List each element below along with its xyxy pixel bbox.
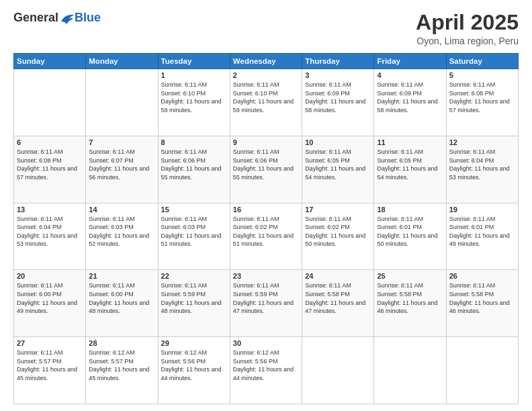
table-row: 20Sunrise: 6:11 AMSunset: 6:00 PMDayligh… (14, 270, 86, 337)
day-info: Sunrise: 6:11 AMSunset: 6:05 PMDaylight:… (377, 148, 443, 181)
day-number: 5 (449, 71, 515, 79)
col-wednesday: Wednesday (230, 54, 302, 69)
week-row-0: 1Sunrise: 6:11 AMSunset: 6:10 PMDaylight… (14, 69, 519, 136)
day-number: 22 (161, 272, 227, 280)
day-info: Sunrise: 6:11 AMSunset: 6:03 PMDaylight:… (161, 215, 227, 248)
table-row (446, 337, 518, 404)
day-info: Sunrise: 6:11 AMSunset: 6:03 PMDaylight:… (89, 215, 154, 248)
day-number: 28 (89, 339, 154, 347)
day-number: 16 (233, 205, 299, 214)
day-info: Sunrise: 6:11 AMSunset: 6:04 PMDaylight:… (449, 148, 515, 181)
table-row: 30Sunrise: 6:12 AMSunset: 5:56 PMDayligh… (230, 337, 302, 404)
day-number: 24 (305, 272, 371, 280)
day-number: 6 (17, 138, 83, 146)
day-info: Sunrise: 6:11 AMSunset: 6:02 PMDaylight:… (233, 215, 299, 248)
day-number: 12 (449, 138, 515, 146)
day-number: 3 (305, 71, 371, 79)
table-row: 29Sunrise: 6:12 AMSunset: 5:56 PMDayligh… (158, 337, 230, 404)
day-info: Sunrise: 6:11 AMSunset: 6:01 PMDaylight:… (377, 215, 443, 248)
col-friday: Friday (374, 54, 446, 69)
day-number: 21 (89, 272, 154, 280)
day-number: 8 (161, 138, 227, 146)
day-info: Sunrise: 6:11 AMSunset: 6:10 PMDaylight:… (161, 81, 227, 114)
logo: General Blue (13, 11, 101, 25)
logo-blue-text: Blue (75, 11, 101, 25)
table-row: 5Sunrise: 6:11 AMSunset: 6:08 PMDaylight… (446, 69, 518, 136)
table-row: 11Sunrise: 6:11 AMSunset: 6:05 PMDayligh… (374, 136, 446, 203)
day-info: Sunrise: 6:11 AMSunset: 6:01 PMDaylight:… (449, 215, 515, 248)
week-row-4: 27Sunrise: 6:11 AMSunset: 5:57 PMDayligh… (14, 337, 519, 404)
day-number: 30 (233, 339, 299, 347)
day-number: 20 (17, 272, 83, 280)
day-info: Sunrise: 6:11 AMSunset: 6:08 PMDaylight:… (17, 148, 83, 181)
day-number: 19 (449, 205, 515, 214)
calendar: Sunday Monday Tuesday Wednesday Thursday… (13, 53, 519, 404)
table-row: 23Sunrise: 6:11 AMSunset: 5:59 PMDayligh… (230, 270, 302, 337)
day-info: Sunrise: 6:11 AMSunset: 5:58 PMDaylight:… (305, 281, 371, 315)
table-row: 10Sunrise: 6:11 AMSunset: 6:05 PMDayligh… (302, 136, 374, 203)
main-title: April 2025 (416, 11, 519, 34)
calendar-header-row: Sunday Monday Tuesday Wednesday Thursday… (14, 54, 519, 69)
day-number: 14 (89, 205, 154, 214)
table-row: 12Sunrise: 6:11 AMSunset: 6:04 PMDayligh… (446, 136, 518, 203)
table-row (14, 69, 86, 136)
header: General Blue April 2025 Oyon, Lima regio… (13, 11, 519, 46)
table-row (302, 337, 374, 404)
day-number: 18 (377, 205, 443, 214)
table-row: 19Sunrise: 6:11 AMSunset: 6:01 PMDayligh… (446, 203, 518, 270)
table-row: 13Sunrise: 6:11 AMSunset: 6:04 PMDayligh… (14, 203, 86, 270)
table-row: 8Sunrise: 6:11 AMSunset: 6:06 PMDaylight… (158, 136, 230, 203)
day-info: Sunrise: 6:11 AMSunset: 6:08 PMDaylight:… (449, 81, 515, 114)
day-number: 23 (233, 272, 299, 280)
day-info: Sunrise: 6:11 AMSunset: 6:00 PMDaylight:… (89, 281, 154, 315)
day-number: 11 (377, 138, 443, 146)
table-row: 24Sunrise: 6:11 AMSunset: 5:58 PMDayligh… (302, 270, 374, 337)
day-number: 15 (161, 205, 227, 214)
day-info: Sunrise: 6:11 AMSunset: 6:04 PMDaylight:… (17, 215, 83, 248)
day-number: 4 (377, 71, 443, 79)
table-row: 2Sunrise: 6:11 AMSunset: 6:10 PMDaylight… (230, 69, 302, 136)
table-row: 18Sunrise: 6:11 AMSunset: 6:01 PMDayligh… (374, 203, 446, 270)
table-row: 25Sunrise: 6:11 AMSunset: 5:58 PMDayligh… (374, 270, 446, 337)
day-info: Sunrise: 6:11 AMSunset: 6:06 PMDaylight:… (161, 148, 227, 181)
table-row (86, 69, 158, 136)
table-row: 21Sunrise: 6:11 AMSunset: 6:00 PMDayligh… (86, 270, 158, 337)
title-block: April 2025 Oyon, Lima region, Peru (416, 11, 519, 46)
page: General Blue April 2025 Oyon, Lima regio… (0, 0, 532, 411)
col-tuesday: Tuesday (158, 54, 230, 69)
col-thursday: Thursday (302, 54, 374, 69)
day-info: Sunrise: 6:11 AMSunset: 5:58 PMDaylight:… (449, 281, 515, 315)
day-info: Sunrise: 6:11 AMSunset: 6:10 PMDaylight:… (233, 81, 299, 114)
week-row-3: 20Sunrise: 6:11 AMSunset: 6:00 PMDayligh… (14, 270, 519, 337)
logo-general-text: General (13, 11, 58, 25)
day-info: Sunrise: 6:12 AMSunset: 5:56 PMDaylight:… (233, 349, 299, 382)
week-row-1: 6Sunrise: 6:11 AMSunset: 6:08 PMDaylight… (14, 136, 519, 203)
day-info: Sunrise: 6:12 AMSunset: 5:57 PMDaylight:… (89, 349, 154, 382)
table-row: 16Sunrise: 6:11 AMSunset: 6:02 PMDayligh… (230, 203, 302, 270)
day-number: 10 (305, 138, 371, 146)
table-row: 9Sunrise: 6:11 AMSunset: 6:06 PMDaylight… (230, 136, 302, 203)
day-number: 7 (89, 138, 154, 146)
table-row: 1Sunrise: 6:11 AMSunset: 6:10 PMDaylight… (158, 69, 230, 136)
day-info: Sunrise: 6:12 AMSunset: 5:56 PMDaylight:… (161, 349, 227, 382)
day-number: 9 (233, 138, 299, 146)
day-info: Sunrise: 6:11 AMSunset: 5:59 PMDaylight:… (233, 281, 299, 315)
col-monday: Monday (86, 54, 158, 69)
table-row: 27Sunrise: 6:11 AMSunset: 5:57 PMDayligh… (14, 337, 86, 404)
day-info: Sunrise: 6:11 AMSunset: 5:59 PMDaylight:… (161, 281, 227, 315)
table-row: 17Sunrise: 6:11 AMSunset: 6:02 PMDayligh… (302, 203, 374, 270)
day-number: 2 (233, 71, 299, 79)
day-info: Sunrise: 6:11 AMSunset: 6:09 PMDaylight:… (377, 81, 443, 114)
day-number: 29 (161, 339, 227, 347)
table-row: 22Sunrise: 6:11 AMSunset: 5:59 PMDayligh… (158, 270, 230, 337)
day-number: 1 (161, 71, 227, 79)
day-info: Sunrise: 6:11 AMSunset: 6:00 PMDaylight:… (17, 281, 83, 315)
day-number: 25 (377, 272, 443, 280)
day-number: 26 (449, 272, 515, 280)
day-info: Sunrise: 6:11 AMSunset: 6:06 PMDaylight:… (233, 148, 299, 181)
logo-bird-icon (60, 12, 75, 24)
table-row: 6Sunrise: 6:11 AMSunset: 6:08 PMDaylight… (14, 136, 86, 203)
table-row: 28Sunrise: 6:12 AMSunset: 5:57 PMDayligh… (86, 337, 158, 404)
day-number: 17 (305, 205, 371, 214)
col-saturday: Saturday (446, 54, 518, 69)
